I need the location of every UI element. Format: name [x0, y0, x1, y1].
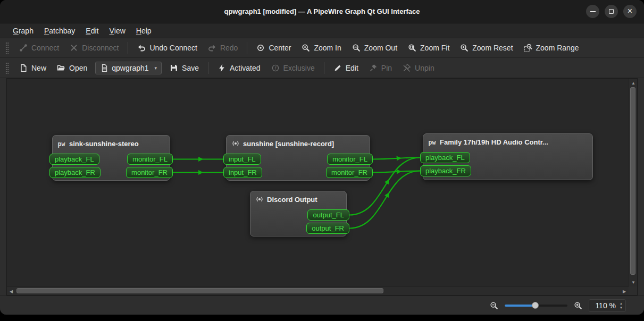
port-playback_FL[interactable]: playback_FL [420, 152, 470, 163]
connection-wires [7, 79, 629, 286]
zoom-in-icon[interactable] [574, 301, 582, 310]
button-label: Unpin [415, 64, 434, 72]
toolbar-grip[interactable] [5, 62, 9, 74]
toolbar-grip[interactable] [5, 42, 9, 54]
node-header: Discord Output [250, 191, 346, 204]
undo-connect-button[interactable]: Undo Connect [132, 41, 202, 55]
spin-down-icon[interactable]: ▼ [620, 306, 623, 309]
unpin-button: Unpin [398, 61, 439, 75]
zoom-out-icon[interactable] [490, 301, 498, 310]
node-discord[interactable]: Discord Outputoutput_FLoutput_FR [250, 191, 347, 236]
redo-icon [208, 44, 216, 52]
zoom-fit-icon [408, 44, 416, 52]
toolbar-graph: ConnectDisconnectUndo ConnectRedoCenterZ… [0, 38, 644, 58]
button-label: Edit [346, 64, 358, 72]
new-button[interactable]: New [14, 61, 51, 75]
port-monitor_FL[interactable]: monitor_FL [127, 154, 173, 165]
port-monitor_FR[interactable]: monitor_FR [126, 167, 173, 178]
toolbar-separator [324, 62, 324, 74]
button-label: Zoom Fit [420, 44, 449, 52]
menubar: GraphPatchbayEditViewHelp [0, 23, 644, 38]
menu-patchbay[interactable]: Patchbay [39, 23, 80, 38]
zoom-reset-icon [460, 44, 469, 52]
edit-button[interactable]: Edit [329, 61, 363, 75]
port-output_FR[interactable]: output_FR [306, 223, 349, 234]
node-header: pwsink-sunshine-stereo [53, 136, 170, 148]
graph-view[interactable]: pwsink-sunshine-stereoplayback_FLplaybac… [7, 79, 629, 286]
activated-button[interactable]: Activated [213, 61, 265, 75]
menu-help[interactable]: Help [131, 23, 157, 38]
zoom-out-button[interactable]: Zoom Out [347, 41, 402, 55]
horizontal-scrollbar[interactable]: ◀ ▶ [7, 286, 629, 295]
port-monitor_FL[interactable]: monitor_FL [327, 154, 373, 165]
toolbar-file: NewOpenqpwgraph1▾SaveActivatedfExclusive… [0, 58, 644, 78]
center-button[interactable]: Center [252, 41, 296, 55]
horizontal-scrollbar-thumb[interactable] [16, 288, 383, 293]
scroll-down-icon[interactable]: ▼ [629, 278, 638, 286]
node-header: pwFamily 17h/19h HD Audio Contr... [423, 134, 592, 146]
output-ports: output_FLoutput_FR [306, 209, 349, 234]
connection-arrow-icon [198, 170, 203, 175]
node-sink[interactable]: pwsink-sunshine-stereoplayback_FLplaybac… [52, 135, 170, 181]
vertical-scrollbar-thumb[interactable] [630, 87, 635, 275]
menu-edit[interactable]: Edit [80, 23, 104, 38]
file-icon [100, 64, 108, 72]
activated-icon [218, 64, 226, 72]
connection-arrow-icon [397, 169, 402, 174]
toolbar-separator [128, 42, 128, 54]
new-icon [19, 64, 28, 72]
scroll-up-icon[interactable]: ▲ [629, 79, 638, 87]
save-icon [170, 64, 178, 72]
zoom-value: 110 % [595, 301, 616, 310]
open-icon [57, 64, 65, 72]
button-label: Zoom Reset [472, 44, 513, 52]
redo-button: Redo [203, 41, 242, 55]
window-controls: × [586, 0, 637, 23]
titlebar[interactable]: qpwgraph1 [modified] — A PipeWire Graph … [0, 0, 644, 23]
minimize-button[interactable] [586, 5, 599, 18]
menu-view[interactable]: View [104, 23, 130, 38]
edit-icon [333, 64, 342, 72]
port-playback_FR[interactable]: playback_FR [49, 167, 101, 178]
node-title: Family 17h/19h HD Audio Contr... [440, 138, 548, 146]
patchbay-combobox[interactable]: qpwgraph1▾ [95, 62, 162, 74]
close-button[interactable]: × [623, 5, 637, 18]
node-sunshine[interactable]: sunshine [sunshine-record]input_FLinput_… [226, 135, 370, 181]
port-input_FL[interactable]: input_FL [223, 154, 261, 165]
zoom-slider-handle[interactable] [532, 302, 539, 309]
button-label: Open [69, 64, 87, 72]
zoom-spinbox[interactable]: 110 % ▲▼ [589, 299, 626, 312]
output-ports: monitor_FLmonitor_FR [326, 154, 373, 178]
port-output_FL[interactable]: output_FL [307, 209, 349, 221]
scroll-right-icon[interactable]: ▶ [620, 287, 629, 295]
maximize-icon [609, 9, 614, 14]
zoom-reset-button[interactable]: Zoom Reset [455, 41, 517, 55]
menu-graph[interactable]: Graph [7, 23, 39, 38]
node-header: sunshine [sunshine-record] [227, 136, 370, 148]
scroll-left-icon[interactable]: ◀ [7, 287, 15, 295]
button-label: Redo [220, 44, 238, 52]
open-button[interactable]: Open [52, 61, 92, 75]
vertical-scrollbar[interactable]: ▲ ▼ [629, 79, 637, 286]
button-label: Disconnect [82, 44, 119, 52]
toolbar-separator [208, 62, 208, 74]
zoom-fit-button[interactable]: Zoom Fit [403, 41, 454, 55]
minimize-icon [590, 11, 596, 12]
zoom-slider[interactable] [505, 305, 567, 307]
button-label: Undo Connect [149, 44, 197, 52]
maximize-button[interactable] [605, 5, 618, 18]
zoom-range-icon [524, 44, 532, 52]
node-family[interactable]: pwFamily 17h/19h HD Audio Contr...playba… [423, 133, 593, 180]
node-title: sink-sunshine-stereo [69, 140, 139, 148]
save-button[interactable]: Save [165, 61, 204, 75]
port-monitor_FR[interactable]: monitor_FR [326, 167, 373, 178]
spinbox-arrows[interactable]: ▲▼ [620, 302, 623, 309]
port-playback_FR[interactable]: playback_FR [420, 165, 471, 176]
port-input_FR[interactable]: input_FR [223, 167, 262, 178]
input-ports: input_FLinput_FR [223, 154, 262, 178]
port-playback_FL[interactable]: playback_FL [49, 154, 99, 165]
zoom-in-button[interactable]: Zoom In [297, 41, 346, 55]
button-label: Zoom Out [364, 44, 397, 52]
spin-up-icon[interactable]: ▲ [620, 302, 623, 305]
zoom-range-button[interactable]: Zoom Range [519, 41, 584, 55]
